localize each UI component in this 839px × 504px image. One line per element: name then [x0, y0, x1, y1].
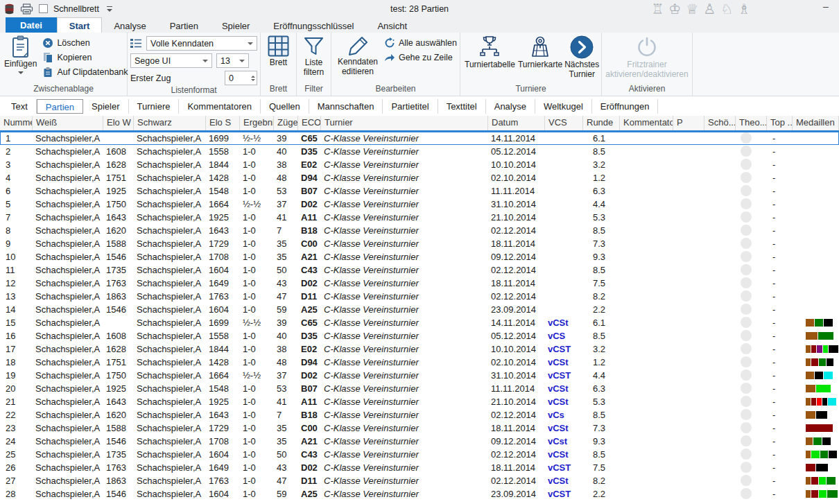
einfuegen-button[interactable]: Einfügen: [3, 35, 38, 84]
column-header-kommentator[interactable]: Kommentator: [620, 116, 673, 130]
ribbon-tab-ansicht[interactable]: Ansicht: [365, 17, 419, 33]
turnierkarte-button[interactable]: Turnierkarte: [517, 35, 564, 84]
clipdatenbank-button[interactable]: Auf Clipdatenbank: [42, 67, 128, 78]
column-header-top[interactable]: Top ...: [767, 116, 793, 130]
table-row[interactable]: 19Schachspieler,A1750Schachspieler,A1664…: [0, 369, 839, 382]
column-header-eco[interactable]: ECO: [298, 116, 321, 130]
ribbon-tab-partien[interactable]: Partien: [158, 17, 210, 33]
cell-p: [673, 395, 704, 408]
table-row[interactable]: 4Schachspieler,A1751Schachspieler,A14281…: [0, 171, 839, 184]
chess-rook-icon[interactable]: ♖: [651, 1, 664, 17]
table-row[interactable]: 12Schachspieler,A1763Schachspieler,A1649…: [0, 277, 839, 290]
table-row[interactable]: 17Schachspieler,A1628Schachspieler,A1844…: [0, 342, 839, 356]
liste-filtern-button[interactable]: Liste filtern: [302, 35, 326, 84]
minimize-button[interactable]: –: [818, 1, 833, 12]
list-tab-kommentatoren[interactable]: Kommentatoren: [179, 99, 261, 114]
alle-auswaehlen-button[interactable]: Alle auswählen: [384, 37, 457, 49]
chess-queen-icon[interactable]: ♕: [686, 1, 698, 17]
ribbon-tab-eröffnungsschlüssel[interactable]: Eröffnungsschlüssel: [261, 17, 365, 33]
loeschen-button[interactable]: Löschen: [42, 37, 128, 49]
table-row[interactable]: 5Schachspieler,A1750Schachspieler,A1664½…: [0, 198, 839, 211]
list-tab-eröffnungen[interactable]: Eröffnungen: [592, 99, 659, 114]
chess-bishop-icon[interactable]: ♗: [738, 1, 750, 17]
list-tab-mannschaften[interactable]: Mannschaften: [309, 99, 383, 114]
column-header-theo[interactable]: Theo...: [736, 116, 767, 130]
chess-king-icon[interactable]: ♔: [668, 1, 681, 17]
table-row[interactable]: 2Schachspieler,A1608Schachspieler,A15581…: [0, 145, 839, 158]
column-header-nr[interactable]: Nummer: [0, 116, 33, 130]
column-header-medals[interactable]: Medaillen: [793, 116, 839, 130]
kenndaten-select[interactable]: Volle Kenndaten: [146, 36, 257, 51]
column-header-turnier[interactable]: Turnier: [321, 116, 488, 130]
fritztrainer-button[interactable]: Fritztrainer aktivieren/deaktivieren: [604, 35, 689, 84]
column-header-zuege[interactable]: Züge: [274, 116, 298, 130]
printer-icon[interactable]: [20, 3, 33, 15]
column-header-elos[interactable]: Elo S: [206, 116, 240, 130]
table-row[interactable]: 15Schachspieler,ASchachspieler,A1699½-½3…: [0, 316, 839, 329]
table-row[interactable]: 23Schachspieler,A1588Schachspieler,A1729…: [0, 422, 839, 435]
table-row[interactable]: 7Schachspieler,A1643Schachspieler,A19251…: [0, 211, 839, 224]
table-row[interactable]: 11Schachspieler,A1735Schachspieler,A1604…: [0, 263, 839, 277]
table-row[interactable]: 24Schachspieler,A1546Schachspieler,A1708…: [0, 435, 839, 448]
table-row[interactable]: 25Schachspieler,A1735Schachspieler,A1604…: [0, 448, 839, 461]
table-row[interactable]: 18Schachspieler,A1751Schachspieler,A1428…: [0, 356, 839, 369]
column-header-datum[interactable]: Datum: [488, 116, 545, 130]
table-row[interactable]: 6Schachspieler,A1925Schachspieler,A15481…: [0, 184, 839, 198]
table-row[interactable]: 28Schachspieler,A1546Schachspieler,A1604…: [0, 487, 839, 501]
cell-ergebnis: 1-0: [240, 342, 274, 356]
medal-segment-lime: [819, 490, 827, 498]
table-row[interactable]: 9Schachspieler,A1588Schachspieler,A17291…: [0, 237, 839, 250]
column-header-vcs[interactable]: VCS: [545, 116, 583, 130]
table-row[interactable]: 14Schachspieler,A1546Schachspieler,A1604…: [0, 303, 839, 316]
column-header-schoen[interactable]: Schö...: [704, 116, 736, 130]
table-row[interactable]: 21Schachspieler,A1643Schachspieler,A1925…: [0, 395, 839, 408]
gehe-zu-zeile-button[interactable]: Gehe zu Zeile: [384, 52, 457, 63]
list-tab-text[interactable]: Text: [3, 99, 37, 114]
list-tab-quellen[interactable]: Quellen: [261, 99, 309, 114]
list-tab-weltkugel[interactable]: Weltkugel: [535, 99, 592, 114]
table-row[interactable]: 27Schachspieler,A1863Schachspieler,A1763…: [0, 474, 839, 487]
list-tab-partietitel[interactable]: Partietitel: [383, 99, 438, 114]
table-row[interactable]: 10Schachspieler,A1546Schachspieler,A1708…: [0, 250, 839, 263]
list-tab-analyse[interactable]: Analyse: [486, 99, 535, 114]
table-row[interactable]: 3Schachspieler,A1628Schachspieler,A18441…: [0, 158, 839, 171]
column-header-p[interactable]: P: [673, 116, 704, 130]
turniertabelle-label: Turniertabelle: [465, 60, 515, 70]
table-row[interactable]: 26Schachspieler,A1763Schachspieler,A1649…: [0, 461, 839, 474]
table-row[interactable]: 13Schachspieler,A1863Schachspieler,A1763…: [0, 290, 839, 303]
toolbar-dropdown-icon[interactable]: [106, 6, 113, 12]
erster-zug-spinner[interactable]: 0: [225, 71, 257, 85]
font-select[interactable]: Segoe UI: [130, 53, 212, 68]
column-header-runde[interactable]: Runde: [583, 116, 620, 130]
column-header-weiss[interactable]: Weiß: [33, 116, 103, 130]
font-size-select[interactable]: 13: [216, 53, 249, 68]
column-header-ergebnis[interactable]: Ergebnis: [240, 116, 274, 130]
column-header-elow[interactable]: Elo W: [103, 116, 134, 130]
table-row[interactable]: 1Schachspieler,ASchachspieler,A1699½-½39…: [0, 132, 839, 145]
kenndaten-editieren-button[interactable]: Kenndaten editieren: [334, 35, 381, 84]
ribbon-tab-analyse[interactable]: Analyse: [102, 17, 157, 33]
ribbon-tab-datei[interactable]: Datei: [6, 17, 57, 33]
cell-elow: 1751: [103, 356, 134, 369]
list-tab-texttitel[interactable]: Texttitel: [438, 99, 486, 114]
ribbon-tab-spieler[interactable]: Spieler: [210, 17, 261, 33]
column-header-schwarz[interactable]: Schwarz: [134, 116, 206, 130]
list-tab-partien[interactable]: Partien: [37, 99, 83, 114]
ribbon-tab-start[interactable]: Start: [57, 17, 103, 33]
kopieren-button[interactable]: Kopieren: [42, 52, 128, 63]
chess-knight-icon[interactable]: ♘: [720, 1, 733, 17]
spinner-arrows-icon[interactable]: [245, 76, 255, 81]
schnellbrett-checkbox[interactable]: [39, 4, 48, 13]
list-tab-turniere[interactable]: Turniere: [129, 99, 180, 114]
brett-button[interactable]: Brett: [266, 35, 291, 84]
list-tab-spieler[interactable]: Spieler: [83, 99, 128, 114]
turniertabelle-button[interactable]: Turniertabelle: [463, 35, 517, 84]
cell-kommentator: [620, 342, 673, 356]
chess-pawn-icon[interactable]: ♙: [703, 1, 716, 17]
database-icon[interactable]: [4, 3, 15, 15]
table-row[interactable]: 8Schachspieler,A1620Schachspieler,A16431…: [0, 224, 839, 237]
naechstes-turnier-button[interactable]: Nächstes Turnier: [564, 35, 600, 84]
table-row[interactable]: 22Schachspieler,A1620Schachspieler,A1643…: [0, 408, 839, 422]
table-row[interactable]: 16Schachspieler,A1608Schachspieler,A1558…: [0, 329, 839, 342]
table-row[interactable]: 20Schachspieler,A1925Schachspieler,A1548…: [0, 382, 839, 395]
